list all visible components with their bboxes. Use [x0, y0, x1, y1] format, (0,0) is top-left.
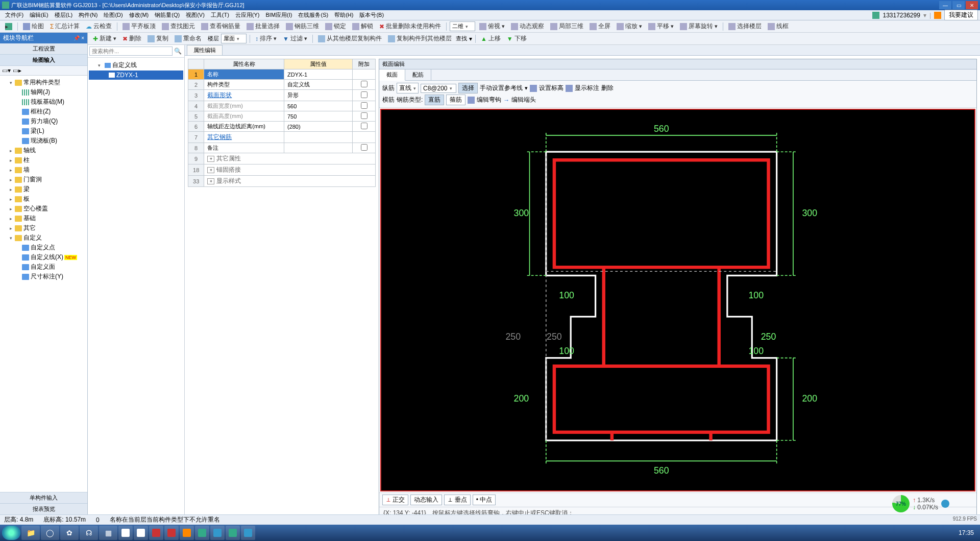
tb-batchdel[interactable]: ✖ 批量删除未使用构件	[377, 21, 443, 32]
tree-node[interactable]: 轴网(J)	[1, 87, 86, 97]
prop-row[interactable]: 9+其它属性	[188, 153, 376, 164]
tb-app3[interactable]: ▦	[99, 526, 117, 540]
tree-node[interactable]: 框柱(Z)	[1, 107, 86, 116]
view-mode-combo[interactable]: 二维	[450, 21, 475, 31]
tree-node[interactable]: 自定义点	[1, 243, 86, 252]
tb-view-rebar[interactable]: 查看钢筋量	[199, 21, 242, 32]
prop-row[interactable]: 3截面形状异形	[188, 90, 376, 101]
tb-sum[interactable]: Σ 汇总计算	[48, 21, 82, 32]
tree-node[interactable]: ▸轴线	[1, 146, 86, 155]
tree-node[interactable]: 剪力墙(Q)	[1, 116, 86, 126]
menu-modify[interactable]: 修改(M)	[126, 10, 152, 20]
menu-component[interactable]: 构件(N)	[76, 10, 101, 20]
tree-node[interactable]: ▸空心楼盖	[1, 204, 86, 214]
perf-circle[interactable]: 77%	[892, 495, 910, 512]
tb-cloud[interactable]: ☁ 云检查	[84, 21, 114, 32]
tb2-filter[interactable]: ▼ 过滤 ▾	[281, 33, 309, 44]
sec-tab-section[interactable]: 截面	[379, 69, 405, 81]
tree-node[interactable]: 尺寸标注(Y)	[1, 272, 86, 281]
menu-help[interactable]: 帮助(H)	[331, 10, 356, 20]
tb-rotate[interactable]: 屏幕旋转 ▾	[678, 21, 720, 32]
tb-item[interactable]	[195, 526, 209, 540]
tree-node[interactable]: ▸墙	[1, 165, 86, 175]
tb-full[interactable]: 全屏	[587, 21, 612, 32]
tb-3d[interactable]: 钢筋三维	[284, 21, 321, 32]
pin-icon[interactable]: 📌 ×	[74, 35, 84, 41]
search-input[interactable]	[89, 46, 173, 56]
r1-spec[interactable]: C8@200	[421, 84, 456, 93]
foot-dyn[interactable]: 动态输入	[410, 495, 442, 505]
prop-row[interactable]: 33+显示样式	[188, 176, 376, 187]
r2-bend[interactable]: 编辑弯钩	[477, 96, 501, 104]
r1-setdim[interactable]: 设置标高	[539, 84, 564, 92]
tb-pan[interactable]: 平移 ▾	[646, 21, 676, 32]
tb-item[interactable]	[149, 526, 163, 540]
floor-combo[interactable]: 屋面	[221, 34, 247, 43]
menu-tool[interactable]: 工具(T)	[208, 10, 232, 20]
tb-item[interactable]	[226, 526, 240, 540]
sec-tab-rebar[interactable]: 配筋	[405, 69, 431, 80]
tb-item[interactable]	[210, 526, 225, 540]
menu-rebar[interactable]: 钢筋量(Q)	[152, 10, 183, 20]
prop-row[interactable]: 4截面宽度(mm)560	[188, 101, 376, 111]
minimize-button[interactable]: —	[939, 1, 951, 9]
foot-mid[interactable]: • 中点	[473, 495, 496, 505]
tb-app1[interactable]: ✿	[60, 526, 79, 540]
tree-node[interactable]: ▸门窗洞	[1, 175, 86, 184]
suggest-button[interactable]: 我要建议	[944, 10, 978, 20]
comp-item[interactable]: ZDYX-1	[89, 70, 183, 80]
tb-orbit[interactable]: 动态观察	[509, 21, 546, 32]
tb-local3d[interactable]: 局部三维	[548, 21, 585, 32]
r2-end[interactable]: 编辑端头	[511, 96, 536, 104]
foot-ortho[interactable]: ⊥ 正交	[382, 495, 408, 505]
tb2-down[interactable]: ▼ 下移	[505, 33, 529, 44]
tb-batch[interactable]: 批量选择	[244, 21, 282, 32]
start-button[interactable]	[2, 526, 20, 540]
tree-node[interactable]: ▸板	[1, 194, 86, 204]
tree-node[interactable]: ▾常用构件类型	[1, 78, 86, 87]
prop-row[interactable]: 1名称ZDYX-1	[188, 69, 376, 80]
menu-cloud[interactable]: 云应用(Y)	[232, 10, 263, 20]
tb-item[interactable]	[241, 526, 255, 540]
r1-select[interactable]: 选择	[458, 83, 478, 93]
tree-node[interactable]: 筏板基础(M)	[1, 97, 86, 107]
tb-wireframe[interactable]: 线框	[766, 21, 791, 32]
comp-root[interactable]: ▾自定义线	[89, 60, 183, 70]
menu-draw[interactable]: 绘图(D)	[101, 10, 126, 20]
menu-version[interactable]: 版本号(B)	[356, 10, 387, 20]
tb2-up[interactable]: ▲ 上移	[479, 33, 503, 44]
nav-collapse-icon[interactable]: ▭▾	[2, 67, 11, 74]
nav-draw[interactable]: 绘图输入	[0, 55, 87, 66]
section-canvas[interactable]: 560 560 300	[380, 109, 975, 491]
tb2-del[interactable]: ✖ 删除	[120, 33, 143, 44]
r1-linetype[interactable]: 直线	[397, 83, 419, 93]
menu-view[interactable]: 视图(V)	[183, 10, 208, 20]
menu-online[interactable]: 在线服务(S)	[295, 10, 331, 20]
tb-item[interactable]	[180, 526, 194, 540]
menu-floor[interactable]: 楼层(L)	[52, 10, 76, 20]
tb-draw[interactable]: 绘图	[21, 21, 46, 32]
prop-row[interactable]: 6轴线距左边线距离(mm)(280)	[188, 122, 376, 132]
tb-lock[interactable]: 锁定	[323, 21, 348, 32]
tb-top[interactable]: 俯视 ▾	[477, 21, 507, 32]
tb-app2[interactable]: ☊	[80, 526, 98, 540]
prop-row[interactable]: 2构件类型自定义线	[188, 80, 376, 90]
tb-item[interactable]	[118, 526, 133, 540]
tab-props[interactable]: 属性编辑	[187, 45, 223, 55]
tray-time[interactable]: 17:35	[959, 529, 974, 536]
menu-bim[interactable]: BIM应用(I)	[263, 10, 296, 20]
prop-row[interactable]: 8备注	[188, 143, 376, 153]
tree-node[interactable]: ▸梁	[1, 184, 86, 194]
perf-icon[interactable]	[941, 500, 949, 508]
btab-single[interactable]: 单构件输入	[0, 492, 87, 503]
tb-zoom[interactable]: 缩放 ▾	[615, 21, 644, 32]
prop-row[interactable]: 7其它钢筋	[188, 132, 376, 143]
tb2-copyfrom[interactable]: 从其他楼层复制构件	[316, 33, 384, 44]
tb-find[interactable]: 查找图元	[160, 21, 197, 32]
tree-node[interactable]: 现浇板(B)	[1, 136, 86, 146]
prop-row[interactable]: 18+锚固搭接	[188, 164, 376, 176]
tb-select[interactable]: ▸	[3, 22, 14, 31]
r2-type-stirrup[interactable]: 箍筋	[446, 95, 465, 105]
tb2-new[interactable]: ✚ 新建 ▾	[91, 33, 118, 44]
tree-node[interactable]: ▸其它	[1, 223, 86, 233]
